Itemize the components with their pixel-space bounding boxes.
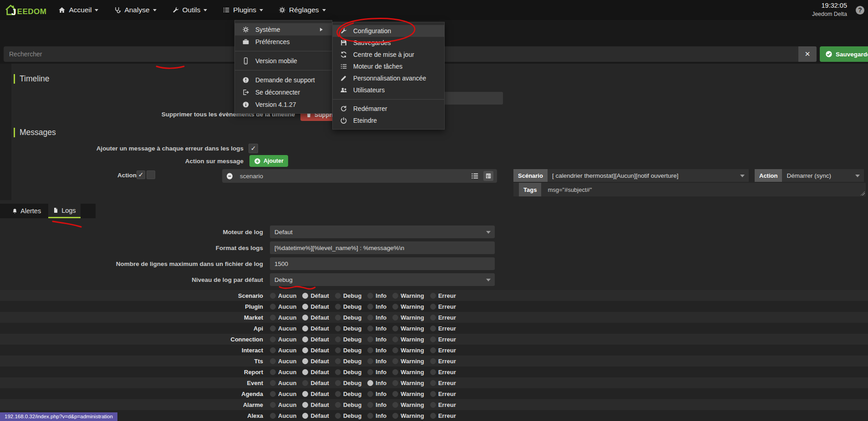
menu-item-sauvegardes[interactable]: Sauvegardes: [333, 37, 444, 49]
radio-dot[interactable]: [392, 380, 398, 386]
radio-alexa-warning[interactable]: Warning: [392, 412, 424, 419]
radio-scenario-debug[interactable]: Debug: [335, 292, 361, 299]
radio-dot[interactable]: [302, 369, 308, 375]
list-select-icon[interactable]: [471, 172, 479, 180]
radio-market-debug[interactable]: Debug: [335, 314, 361, 321]
radio-tts-info[interactable]: Info: [367, 358, 386, 365]
radio-api-info[interactable]: Info: [367, 325, 386, 332]
radio-dot[interactable]: [335, 391, 341, 397]
radio-dot[interactable]: [270, 402, 276, 408]
menu-item-se-d-connecter[interactable]: Se déconnecter: [235, 86, 332, 98]
radio-scenario-aucun[interactable]: Aucun: [270, 292, 296, 299]
radio-report-d-faut[interactable]: Défaut: [302, 369, 329, 376]
radio-alexa-d-faut[interactable]: Défaut: [302, 412, 329, 419]
radio-dot[interactable]: [430, 336, 436, 342]
save-button[interactable]: Sauvegarder: [820, 46, 868, 62]
radio-dot[interactable]: [270, 336, 276, 342]
scenario-select[interactable]: [ calendrier thermostat][Aucun][notif ou…: [548, 169, 749, 182]
clear-search-button[interactable]: ✕: [798, 46, 817, 62]
radio-connection-aucun[interactable]: Aucun: [270, 336, 296, 343]
action-select[interactable]: Démarrer (sync): [782, 169, 864, 182]
minus-circle-icon[interactable]: [226, 172, 233, 180]
radio-scenario-info[interactable]: Info: [367, 292, 386, 299]
radio-dot[interactable]: [430, 380, 436, 386]
radio-dot[interactable]: [430, 369, 436, 375]
radio-dot[interactable]: [367, 347, 373, 353]
radio-plugin-info[interactable]: Info: [367, 303, 386, 310]
radio-dot[interactable]: [430, 391, 436, 397]
field-format-des-logs[interactable]: [%datetime%][%level_name%] : %message%\n: [270, 241, 495, 254]
radio-report-aucun[interactable]: Aucun: [270, 369, 296, 376]
field-moteur-de-log[interactable]: Defaut: [270, 226, 495, 238]
radio-dot[interactable]: [302, 326, 308, 331]
radio-alarme-d-faut[interactable]: Défaut: [302, 401, 329, 408]
radio-api-aucun[interactable]: Aucun: [270, 325, 296, 332]
radio-plugin-warning[interactable]: Warning: [392, 303, 424, 310]
radio-dot[interactable]: [270, 358, 276, 364]
radio-dot[interactable]: [335, 336, 341, 342]
radio-api-d-faut[interactable]: Défaut: [302, 325, 329, 332]
radio-market-info[interactable]: Info: [367, 314, 386, 321]
menu-item-utilisateurs[interactable]: Utilisateurs: [333, 84, 444, 96]
radio-interact-warning[interactable]: Warning: [392, 347, 424, 354]
radio-dot[interactable]: [335, 304, 341, 310]
radio-market-erreur[interactable]: Erreur: [430, 314, 456, 321]
radio-agenda-info[interactable]: Info: [367, 391, 386, 397]
radio-dot[interactable]: [335, 380, 341, 386]
radio-alarme-warning[interactable]: Warning: [392, 401, 424, 408]
radio-dot[interactable]: [367, 293, 373, 299]
radio-plugin-debug[interactable]: Debug: [335, 303, 361, 310]
radio-dot[interactable]: [367, 380, 373, 386]
field-nombre-de-lignes-maximum-dans-un-fichier-de-log[interactable]: 1500: [270, 257, 495, 270]
resize-handle[interactable]: [860, 191, 865, 195]
radio-alarme-info[interactable]: Info: [367, 401, 386, 408]
nav-item-r-glages[interactable]: Réglages: [277, 0, 328, 20]
radio-dot[interactable]: [302, 336, 308, 342]
radio-interact-d-faut[interactable]: Défaut: [302, 347, 329, 354]
radio-dot[interactable]: [367, 391, 373, 397]
radio-interact-erreur[interactable]: Erreur: [430, 347, 456, 354]
radio-dot[interactable]: [430, 315, 436, 321]
menu-item-eteindre[interactable]: Eteindre: [333, 115, 444, 126]
radio-dot[interactable]: [302, 347, 308, 353]
radio-scenario-warning[interactable]: Warning: [392, 292, 424, 299]
radio-event-aucun[interactable]: Aucun: [270, 380, 296, 386]
radio-report-warning[interactable]: Warning: [392, 369, 424, 376]
radio-dot[interactable]: [302, 380, 308, 386]
radio-dot[interactable]: [392, 402, 398, 408]
radio-dot[interactable]: [335, 347, 341, 353]
menu-item-demande-de-support[interactable]: Demande de support: [235, 74, 332, 86]
radio-agenda-debug[interactable]: Debug: [335, 391, 361, 397]
radio-api-warning[interactable]: Warning: [392, 325, 424, 332]
radio-dot[interactable]: [367, 336, 373, 342]
radio-dot[interactable]: [367, 358, 373, 364]
menu-item-pr-f-rences[interactable]: Préférences: [235, 35, 332, 48]
menu-item-version-mobile[interactable]: Version mobile: [235, 55, 332, 67]
radio-plugin-d-faut[interactable]: Défaut: [302, 303, 329, 310]
radio-dot[interactable]: [302, 293, 308, 299]
radio-alarme-aucun[interactable]: Aucun: [270, 401, 296, 408]
nav-item-plugins[interactable]: Plugins: [221, 0, 265, 20]
radio-alexa-aucun[interactable]: Aucun: [270, 412, 296, 419]
radio-dot[interactable]: [392, 391, 398, 397]
radio-plugin-erreur[interactable]: Erreur: [430, 303, 456, 310]
menu-item-red-marrer[interactable]: Redémarrer: [333, 103, 444, 115]
radio-dot[interactable]: [392, 413, 398, 419]
menu-item-configuration[interactable]: Configuration: [333, 25, 444, 37]
radio-report-info[interactable]: Info: [367, 369, 386, 376]
radio-dot[interactable]: [392, 336, 398, 342]
radio-dot[interactable]: [430, 358, 436, 364]
radio-event-warning[interactable]: Warning: [392, 380, 424, 386]
radio-market-d-faut[interactable]: Défaut: [302, 314, 329, 321]
radio-dot[interactable]: [302, 413, 308, 419]
nav-item-accueil[interactable]: Accueil: [56, 0, 100, 20]
radio-dot[interactable]: [392, 369, 398, 375]
menu-item-syst-me[interactable]: Système: [235, 23, 332, 35]
radio-dot[interactable]: [392, 326, 398, 331]
radio-agenda-d-faut[interactable]: Défaut: [302, 391, 329, 397]
menu-item-version-4-1-27[interactable]: Version 4.1.27: [235, 98, 332, 110]
add-error-checkbox[interactable]: [249, 144, 258, 153]
radio-dot[interactable]: [270, 391, 276, 397]
radio-dot[interactable]: [270, 369, 276, 375]
radio-event-erreur[interactable]: Erreur: [430, 380, 456, 386]
